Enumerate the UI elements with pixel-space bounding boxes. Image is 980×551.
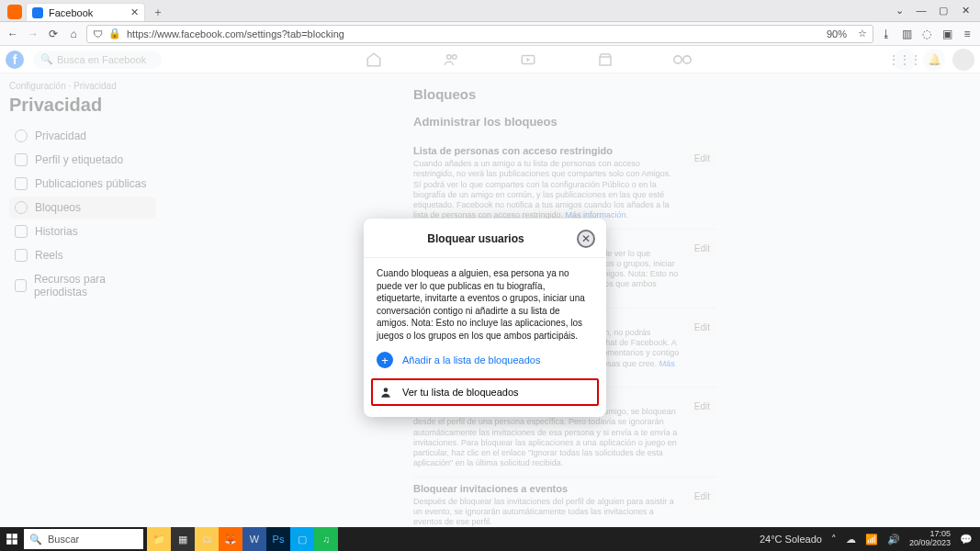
extension-icon[interactable]: ▣ xyxy=(940,27,954,41)
firefox-badge-icon xyxy=(7,5,22,19)
lock-icon: 🔒 xyxy=(108,28,121,39)
account-icon[interactable]: ◌ xyxy=(919,27,934,41)
tab-title: Facebook xyxy=(49,7,93,18)
download-icon[interactable]: ⭳ xyxy=(879,27,894,41)
chevron-down-icon[interactable]: ⌄ xyxy=(888,0,910,21)
window-controls: ⌄ — ▢ ✕ xyxy=(888,0,976,21)
window-maximize-icon[interactable]: ▢ xyxy=(932,0,954,21)
taskbar-app-2-icon[interactable]: ▢ xyxy=(290,527,314,551)
search-icon: 🔍 xyxy=(29,534,42,545)
taskbar-search[interactable]: 🔍 Buscar xyxy=(24,529,143,549)
taskbar-app-1-icon[interactable]: ▦ xyxy=(171,527,195,551)
tray-volume-icon[interactable]: 🔊 xyxy=(887,534,900,545)
weather-widget[interactable]: 24°C Soleado xyxy=(760,534,822,545)
file-explorer-icon[interactable]: 📁 xyxy=(147,527,171,551)
plus-icon: + xyxy=(377,352,393,368)
view-label: Ver tu lista de bloqueados xyxy=(402,387,519,398)
star-icon[interactable]: ☆ xyxy=(858,28,867,39)
browser-tab[interactable]: Facebook ✕ xyxy=(26,3,145,21)
zoom-level[interactable]: 90% xyxy=(827,28,847,39)
svg-rect-6 xyxy=(6,534,11,538)
address-bar: ← → ⟳ ⌂ 🛡 🔒 https://www.facebook.com/set… xyxy=(0,22,980,46)
svg-point-5 xyxy=(384,388,389,392)
browser-tab-strip: Facebook ✕ ＋ ⌄ — ▢ ✕ xyxy=(0,0,980,22)
taskbar-spotify-icon[interactable]: ♫ xyxy=(314,527,338,551)
tray-chevron-icon[interactable]: ˄ xyxy=(831,534,837,545)
forward-icon[interactable]: → xyxy=(26,27,40,41)
taskbar-date: 20/09/2023 xyxy=(909,539,951,548)
taskbar-firefox-icon[interactable]: 🦊 xyxy=(219,527,242,551)
svg-rect-9 xyxy=(13,540,17,545)
menu-icon[interactable]: ≡ xyxy=(960,27,974,41)
new-tab-button[interactable]: ＋ xyxy=(149,3,167,21)
modal-title: Bloquear usuarios xyxy=(375,232,577,245)
svg-rect-7 xyxy=(13,534,17,538)
taskbar-word-icon[interactable]: W xyxy=(242,527,266,551)
svg-rect-8 xyxy=(6,540,11,545)
shield-icon: 🛡 xyxy=(93,28,103,39)
reload-icon[interactable]: ⟳ xyxy=(46,27,61,41)
person-icon xyxy=(378,385,393,399)
taskbar-clock[interactable]: 17:05 20/09/2023 xyxy=(909,530,951,548)
block-users-modal: Bloquear usuarios ✕ Cuando bloqueas a al… xyxy=(364,219,606,417)
tray-wifi-icon[interactable]: 📶 xyxy=(865,534,878,545)
library-icon[interactable]: ▥ xyxy=(899,27,914,41)
window-minimize-icon[interactable]: — xyxy=(910,0,932,21)
add-to-block-list-button[interactable]: + Añadir a la lista de bloqueados xyxy=(364,345,606,375)
add-label: Añadir a la lista de bloqueados xyxy=(402,354,540,365)
modal-body-text: Cuando bloqueas a alguien, esa persona y… xyxy=(364,258,606,345)
windows-taskbar: 🔍 Buscar 📁 ▦ 🗂 🦊 W Ps ▢ ♫ 24°C Soleado ˄… xyxy=(0,527,980,551)
taskbar-photoshop-icon[interactable]: Ps xyxy=(266,527,290,551)
taskbar-explorer-icon[interactable]: 🗂 xyxy=(195,527,219,551)
start-button[interactable] xyxy=(0,527,24,551)
view-block-list-button[interactable]: Ver tu lista de bloqueados xyxy=(371,378,599,406)
modal-close-button[interactable]: ✕ xyxy=(577,230,595,248)
back-icon[interactable]: ← xyxy=(6,27,20,41)
tab-close-icon[interactable]: ✕ xyxy=(130,6,139,18)
window-close-icon[interactable]: ✕ xyxy=(954,0,976,21)
url-field[interactable]: 🛡 🔒 https://www.facebook.com/settings?ta… xyxy=(86,25,873,43)
taskbar-search-label: Buscar xyxy=(48,534,79,545)
tray-notifications-icon[interactable]: 💬 xyxy=(960,534,973,545)
facebook-favicon-icon xyxy=(32,7,43,18)
url-text: https://www.facebook.com/settings?tab=bl… xyxy=(127,28,344,39)
close-icon: ✕ xyxy=(581,232,591,245)
tray-cloud-icon[interactable]: ☁ xyxy=(846,534,856,545)
home-icon[interactable]: ⌂ xyxy=(66,27,81,41)
